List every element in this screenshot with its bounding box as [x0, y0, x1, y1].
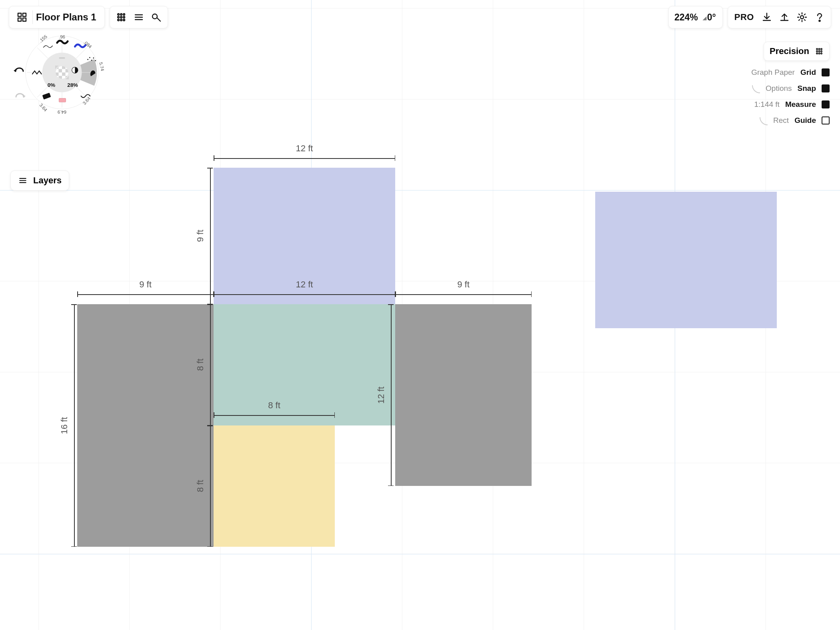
svg-rect-51: [59, 57, 65, 59]
grid-label: Grid: [800, 68, 816, 77]
svg-point-26: [818, 53, 820, 54]
svg-point-20: [818, 48, 820, 50]
pro-button[interactable]: PRO: [730, 12, 758, 22]
precision-header[interactable]: Precision: [764, 42, 830, 61]
svg-rect-0: [18, 13, 21, 16]
precision-snap-row[interactable]: Options Snap: [752, 84, 830, 93]
svg-point-27: [821, 53, 822, 54]
shape-pen-icon: [151, 12, 162, 23]
svg-point-5: [120, 14, 122, 15]
svg-point-21: [821, 48, 822, 50]
precision-panel: Precision Graph Paper Grid Options Snap …: [751, 42, 830, 125]
svg-point-55: [89, 57, 90, 58]
snap-swatch-icon: [822, 84, 830, 92]
svg-point-23: [818, 50, 820, 52]
precision-guide-row[interactable]: Rect Guide: [760, 116, 830, 125]
svg-rect-1: [23, 13, 26, 16]
brush-wheel[interactable]: 0% 28% .155 .96 .084 5.74 3.64 64.9 3.64: [24, 34, 100, 110]
svg-point-16: [152, 14, 157, 19]
measure-swatch-icon: [822, 100, 830, 108]
svg-point-6: [123, 14, 125, 15]
svg-point-9: [123, 16, 125, 18]
rotation-value[interactable]: ◢0°: [701, 12, 720, 23]
precision-grid-row[interactable]: Graph Paper Grid: [751, 68, 830, 77]
wheel-lbl-1: .96: [59, 34, 65, 39]
svg-rect-2: [18, 18, 21, 21]
upload-icon: [779, 12, 790, 23]
dim-left-8-lower: 8 ft: [195, 425, 213, 547]
doc-pill: Floor Plans 1: [9, 6, 105, 28]
svg-point-11: [120, 19, 122, 21]
dots-grid-icon: [815, 47, 824, 56]
svg-rect-44: [58, 69, 62, 72]
svg-point-8: [120, 16, 122, 18]
svg-point-22: [816, 50, 818, 52]
gear-icon: [796, 12, 808, 23]
layers-label: Layers: [33, 175, 62, 186]
document-title[interactable]: Floor Plans 1: [34, 12, 100, 23]
dim-mid-right-9: 9 ft: [395, 279, 532, 297]
svg-point-24: [821, 50, 822, 52]
dim-mid-left-9: 9 ft: [77, 279, 214, 297]
svg-rect-3: [23, 18, 26, 21]
room-yellow[interactable]: [214, 425, 335, 547]
svg-point-58: [95, 60, 96, 61]
layers-button[interactable]: Layers: [10, 171, 69, 191]
svg-point-10: [118, 19, 119, 21]
snap-hint: Options: [766, 84, 792, 93]
list-view-button[interactable]: [130, 8, 148, 26]
gallery-button[interactable]: [13, 8, 31, 26]
svg-point-17: [800, 16, 804, 19]
svg-point-25: [816, 53, 818, 54]
help-button[interactable]: [811, 8, 828, 26]
zoom-value[interactable]: 224%: [671, 12, 701, 23]
wheel-opacity-value: 28%: [67, 82, 78, 88]
dim-left-8-upper: 8 ft: [195, 304, 213, 425]
list-lines-icon: [133, 12, 144, 23]
dim-inner-8: 8 ft: [214, 400, 335, 418]
svg-point-54: [87, 59, 88, 60]
dim-right-12v: 12 ft: [376, 304, 394, 486]
dim-top-12: 12 ft: [214, 143, 395, 161]
export-button[interactable]: [776, 8, 793, 26]
curve-icon: [752, 85, 760, 93]
room-gray-left[interactable]: [77, 304, 214, 547]
actions-pill: PRO: [728, 6, 831, 28]
download-icon: [761, 12, 772, 23]
precision-measure-row[interactable]: 1:144 ft Measure: [754, 100, 830, 109]
curve-icon: [760, 117, 768, 125]
dots-grid-icon: [116, 12, 127, 23]
measure-label: Measure: [785, 100, 816, 109]
svg-rect-47: [62, 72, 66, 76]
shape-tool-button[interactable]: [148, 8, 165, 26]
dim-left-9v: 9 ft: [195, 168, 213, 304]
room-lavender-free[interactable]: [595, 192, 777, 328]
settings-button[interactable]: [793, 8, 811, 26]
wheel-lbl-b1: 64.9: [58, 110, 66, 114]
svg-point-12: [123, 19, 125, 21]
snap-label: Snap: [798, 84, 816, 93]
wheel-hue-value: 0%: [48, 82, 55, 88]
guide-hint: Rect: [773, 116, 789, 125]
view-pill: [110, 6, 168, 28]
svg-point-18: [819, 20, 820, 21]
room-gray-right[interactable]: [395, 304, 532, 486]
guide-swatch-icon: [822, 116, 830, 124]
import-button[interactable]: [758, 8, 776, 26]
grid-hint: Graph Paper: [751, 68, 795, 77]
dim-mid-12: 12 ft: [214, 279, 395, 297]
measure-hint: 1:144 ft: [754, 100, 780, 109]
thumbnail-view-button[interactable]: [112, 8, 130, 26]
guide-label: Guide: [794, 116, 816, 125]
svg-rect-53: [59, 98, 66, 102]
svg-point-4: [118, 14, 119, 15]
svg-point-7: [118, 16, 119, 18]
svg-point-57: [93, 58, 94, 59]
grid-swatch-icon: [822, 68, 830, 76]
grid-app-icon: [16, 12, 28, 23]
layers-lines-icon: [18, 176, 28, 185]
svg-point-19: [816, 48, 818, 50]
question-icon: [814, 12, 825, 23]
svg-point-56: [91, 60, 92, 61]
zoom-pill: 224% ◢0°: [668, 6, 723, 28]
